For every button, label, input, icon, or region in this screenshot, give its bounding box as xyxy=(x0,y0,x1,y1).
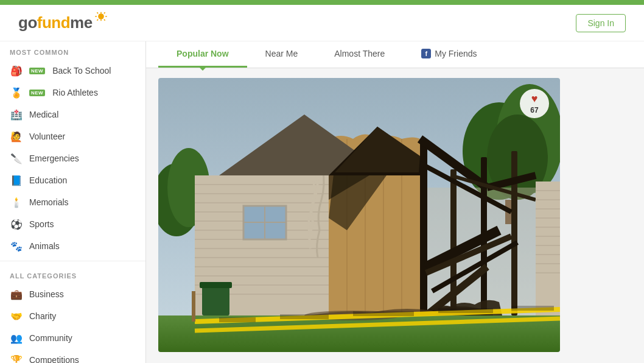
most-common-title: MOST COMMON xyxy=(0,41,145,60)
label-emergencies: Emergencies xyxy=(29,153,79,163)
label-competitions: Competitions xyxy=(29,355,79,363)
sidebar-item-emergencies[interactable]: 🔪 Emergencies xyxy=(0,147,145,169)
top-bar xyxy=(0,0,644,5)
icon-education: 📘 xyxy=(10,174,23,187)
icon-back-to-school: 🎒 xyxy=(10,64,23,77)
label-memorials: Memorials xyxy=(29,197,69,207)
svg-rect-43 xyxy=(511,151,517,315)
svg-rect-72 xyxy=(438,308,493,313)
sidebar-item-charity[interactable]: 🤝 Charity xyxy=(0,305,145,327)
svg-line-5 xyxy=(97,12,98,13)
svg-rect-73 xyxy=(511,306,554,311)
logo-me: me xyxy=(70,13,93,32)
logo-fund: fund xyxy=(37,13,70,32)
sidebar-divider xyxy=(0,261,145,261)
label-business: Business xyxy=(29,289,64,299)
tab-near-me[interactable]: Near Me xyxy=(247,41,317,68)
tab-label-almost-there: Almost There xyxy=(334,49,385,58)
label-education: Education xyxy=(29,175,67,185)
svg-rect-69 xyxy=(219,317,256,322)
heart-icon: ♥ xyxy=(531,93,538,105)
logo-go: go xyxy=(18,13,37,32)
facebook-icon: f xyxy=(421,49,431,58)
icon-competitions: 🏆 xyxy=(10,353,23,363)
sidebar-item-animals[interactable]: 🐾 Animals xyxy=(0,235,145,257)
label-rio-athletes: Rio Athletes xyxy=(52,88,98,97)
tab-my-friends[interactable]: f My Friends xyxy=(403,41,495,68)
tab-label-my-friends: My Friends xyxy=(435,49,477,58)
sidebar-item-volunteer[interactable]: 🙋 Volunteer xyxy=(0,125,145,147)
tabs-bar: Popular NowNear MeAlmost There f My Frie… xyxy=(146,41,644,68)
label-volunteer: Volunteer xyxy=(29,132,65,141)
heart-badge[interactable]: ♥ 67 xyxy=(520,89,549,118)
most-common-items: 🎒 NEW Back To School 🏅 NEW Rio Athletes … xyxy=(0,60,145,257)
label-community: Community xyxy=(29,333,72,343)
campaign-image-container: ♥ 67 xyxy=(158,78,560,352)
label-medical: Medical xyxy=(29,110,58,119)
label-back-to-school: Back To School xyxy=(52,66,111,76)
new-badge: NEW xyxy=(29,90,45,96)
sidebar-item-rio-athletes[interactable]: 🏅 NEW Rio Athletes xyxy=(0,82,145,104)
sidebar-item-competitions[interactable]: 🏆 Competitions xyxy=(0,349,145,363)
svg-rect-71 xyxy=(353,311,414,316)
tab-label-popular-now: Popular Now xyxy=(177,49,229,58)
icon-charity: 🤝 xyxy=(10,309,23,323)
sidebar-item-business[interactable]: 💼 Business xyxy=(0,283,145,305)
sidebar-item-community[interactable]: 👥 Community xyxy=(0,327,145,349)
tab-fb-wrapper: f My Friends xyxy=(421,49,477,58)
sidebar: MOST COMMON 🎒 NEW Back To School 🏅 NEW R… xyxy=(0,41,146,363)
main-content: Popular NowNear MeAlmost There f My Frie… xyxy=(146,41,644,363)
icon-volunteer: 🙋 xyxy=(10,130,23,143)
svg-rect-74 xyxy=(202,285,229,315)
label-animals: Animals xyxy=(29,241,60,251)
header: gofundme Sign In xyxy=(0,5,644,41)
icon-rio-athletes: 🏅 xyxy=(10,86,23,99)
sidebar-item-back-to-school[interactable]: 🎒 NEW Back To School xyxy=(0,60,145,82)
svg-rect-70 xyxy=(280,314,329,319)
all-categories-items: 💼 Business 🤝 Charity 👥 Community 🏆 Compe… xyxy=(0,283,145,363)
svg-line-7 xyxy=(104,12,105,13)
icon-memorials: 🕯️ xyxy=(10,196,23,209)
tab-almost-there[interactable]: Almost There xyxy=(316,41,403,68)
sidebar-item-memorials[interactable]: 🕯️ Memorials xyxy=(0,191,145,213)
logo-text: gofundme xyxy=(18,13,93,32)
sidebar-item-medical[interactable]: 🏥 Medical xyxy=(0,104,145,125)
heart-count: 67 xyxy=(530,106,538,115)
label-sports: Sports xyxy=(29,219,54,229)
svg-rect-54 xyxy=(536,182,560,315)
icon-medical: 🏥 xyxy=(10,108,23,121)
campaign-image xyxy=(158,78,560,352)
icon-sports: ⚽ xyxy=(10,217,23,231)
campaign-area: ♥ 67 xyxy=(146,68,644,363)
new-badge: NEW xyxy=(29,68,45,74)
icon-emergencies: 🔪 xyxy=(10,152,23,165)
svg-line-8 xyxy=(97,19,98,20)
svg-point-0 xyxy=(98,13,104,19)
logo: gofundme xyxy=(18,13,108,32)
icon-business: 💼 xyxy=(10,287,23,301)
all-categories-title: ALL CATEGORIES xyxy=(0,265,145,283)
label-charity: Charity xyxy=(29,311,56,321)
sign-in-button[interactable]: Sign In xyxy=(576,14,626,32)
svg-rect-76 xyxy=(192,291,195,322)
tab-label-near-me: Near Me xyxy=(265,49,298,58)
sidebar-item-education[interactable]: 📘 Education xyxy=(0,169,145,191)
icon-community: 👥 xyxy=(10,331,23,345)
svg-line-6 xyxy=(104,19,105,20)
svg-rect-75 xyxy=(200,282,232,288)
icon-animals: 🐾 xyxy=(10,239,23,253)
tab-popular-now[interactable]: Popular Now xyxy=(158,41,247,68)
layout: MOST COMMON 🎒 NEW Back To School 🏅 NEW R… xyxy=(0,41,644,363)
sidebar-item-sports[interactable]: ⚽ Sports xyxy=(0,213,145,235)
